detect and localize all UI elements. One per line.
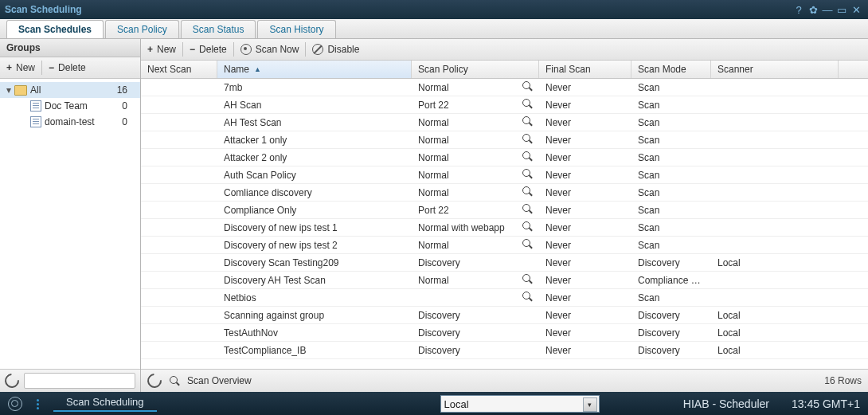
groups-delete-button[interactable]: −Delete <box>42 57 92 78</box>
status-task[interactable]: Scan Scheduling <box>53 396 157 412</box>
groups-tree: ▾ All 16 Doc Team0domain-test0 <box>0 79 140 369</box>
new-schedule-button[interactable]: +New <box>141 39 182 60</box>
groups-filter-input[interactable] <box>24 373 135 389</box>
magnifier-icon <box>522 186 532 196</box>
groups-delete-label: Delete <box>58 62 86 73</box>
cell-policy-lookup[interactable] <box>515 134 539 146</box>
cell-final-scan: Never <box>539 117 631 128</box>
refresh-icon[interactable] <box>144 370 164 390</box>
cell-scan-mode: Scan <box>631 222 711 233</box>
cell-scan-mode: Discovery <box>631 345 711 356</box>
col-spacer <box>839 61 868 78</box>
cell-scan-policy: Normal <box>412 275 515 286</box>
groups-new-button[interactable]: +New <box>0 57 41 78</box>
cell-name: Attacker 2 only <box>217 152 412 163</box>
cell-policy-lookup[interactable] <box>515 239 539 251</box>
cell-policy-lookup[interactable] <box>515 186 539 198</box>
cell-policy-lookup[interactable] <box>515 81 539 93</box>
magnifier-icon <box>522 116 532 126</box>
help-icon[interactable]: ? <box>792 2 806 17</box>
table-row[interactable]: Compliance OnlyPort 22NeverScan <box>141 202 868 219</box>
cell-scan-mode: Scan <box>631 135 711 146</box>
new-schedule-label: New <box>157 44 176 55</box>
table-row[interactable]: Comliance discoveryNormalNeverScan <box>141 184 868 202</box>
cell-policy-lookup[interactable] <box>515 99 539 111</box>
table-row[interactable]: Discovery AH Test ScanNormalNeverComplia… <box>141 272 868 289</box>
cell-scan-mode: Scan <box>631 187 711 198</box>
col-next-scan[interactable]: Next Scan <box>141 61 217 78</box>
cell-policy-lookup[interactable] <box>515 116 539 128</box>
groups-toolbar: +New −Delete <box>0 57 140 79</box>
cell-final-scan: Never <box>539 205 631 216</box>
cell-policy-lookup[interactable] <box>515 151 539 163</box>
close-icon[interactable]: ✕ <box>849 2 863 17</box>
table-row[interactable]: Scanning against groupDiscoveryNeverDisc… <box>141 307 868 324</box>
cell-scanner: Local <box>711 345 839 356</box>
scan-overview-link[interactable]: Scan Overview <box>187 375 252 386</box>
table-row[interactable]: 7mbNormalNeverScan <box>141 79 868 96</box>
table-row[interactable]: TestCompliance_IBDiscoveryNeverDiscovery… <box>141 342 868 359</box>
tree-item[interactable]: Doc Team0 <box>0 98 140 114</box>
group-icon <box>30 100 41 112</box>
search-icon[interactable] <box>170 376 179 386</box>
table-row[interactable]: Discovery of new ips test 1Normal with w… <box>141 219 868 237</box>
col-scanner[interactable]: Scanner <box>711 61 839 78</box>
delete-schedule-button[interactable]: −Delete <box>183 39 233 60</box>
refresh-icon[interactable] <box>2 370 22 390</box>
cell-scan-policy: Normal <box>412 187 515 198</box>
table-row[interactable]: AH ScanPort 22NeverScan <box>141 96 868 114</box>
cell-policy-lookup[interactable] <box>515 204 539 216</box>
tree-item[interactable]: domain-test0 <box>0 114 140 130</box>
table-row[interactable]: NetbiosNeverScan <box>141 289 868 307</box>
cell-policy-lookup[interactable] <box>515 221 539 233</box>
maximize-icon[interactable]: ▭ <box>835 2 849 17</box>
settings-gear-icon[interactable]: ✿ <box>806 2 820 17</box>
magnifier-icon <box>522 81 532 91</box>
tab-scan-schedules[interactable]: Scan Schedules <box>6 20 104 38</box>
table-row[interactable]: TestAuthNovDiscoveryNeverDiscoveryLocal <box>141 324 868 342</box>
cell-policy-lookup[interactable] <box>515 169 539 181</box>
scan-now-button[interactable]: Scan Now <box>234 39 306 60</box>
tree-root-all[interactable]: ▾ All 16 <box>0 82 140 98</box>
collapse-icon[interactable]: ▾ <box>5 84 13 96</box>
table-row[interactable]: Auth Scan PolicyNormalNeverScan <box>141 166 868 184</box>
cell-policy-lookup[interactable] <box>515 292 539 303</box>
col-final-scan[interactable]: Final Scan <box>539 61 631 78</box>
cell-scan-mode: Scan <box>631 205 711 216</box>
table-row[interactable]: AH Test ScanNormalNeverScan <box>141 114 868 131</box>
tab-scan-status[interactable]: Scan Status <box>181 20 256 38</box>
cell-scan-policy: Normal with webapp <box>412 222 515 233</box>
tab-scan-policy[interactable]: Scan Policy <box>105 20 179 38</box>
window-titlebar: Scan Scheduling ? ✿ — ▭ ✕ <box>0 0 868 19</box>
col-name[interactable]: Name▲ <box>217 61 412 78</box>
status-menu-icon[interactable] <box>37 399 39 409</box>
scanner-select[interactable]: Local ▾ <box>440 395 600 413</box>
window-title: Scan Scheduling <box>5 4 82 15</box>
cell-scan-mode: Scan <box>631 292 711 303</box>
magnifier-icon <box>522 99 532 108</box>
schedules-table-body[interactable]: 7mbNormalNeverScanAH ScanPort 22NeverSca… <box>141 79 868 369</box>
table-row[interactable]: Attacker 2 onlyNormalNeverScan <box>141 149 868 166</box>
cell-scan-mode: Scan <box>631 170 711 181</box>
cell-policy-lookup[interactable] <box>515 274 539 286</box>
table-row[interactable]: Attacker 1 onlyNormalNeverScan <box>141 131 868 149</box>
cell-scan-mode: Discovery <box>631 310 711 321</box>
cell-scanner: Local <box>711 310 839 321</box>
col-scan-policy[interactable]: Scan Policy <box>412 61 539 78</box>
cell-scan-policy: Discovery <box>412 327 515 339</box>
tab-scan-history[interactable]: Scan History <box>257 20 335 38</box>
cell-name: Compliance Only <box>217 205 412 216</box>
disable-button[interactable]: Disable <box>306 39 366 60</box>
cell-scan-mode: Scan <box>631 117 711 128</box>
status-target-icon[interactable] <box>8 397 22 411</box>
col-scan-mode[interactable]: Scan Mode <box>631 61 711 78</box>
cell-name: Comliance discovery <box>217 187 412 198</box>
cell-final-scan: Never <box>539 100 631 111</box>
table-row[interactable]: Discovery of new ips test 2NormalNeverSc… <box>141 237 868 254</box>
row-count: 16 Rows <box>824 375 862 386</box>
disable-icon <box>312 44 323 55</box>
table-row[interactable]: Discovery Scan Testing209DiscoveryNeverD… <box>141 254 868 272</box>
cell-final-scan: Never <box>539 257 631 268</box>
cell-final-scan: Never <box>539 187 631 198</box>
minimize-icon[interactable]: — <box>820 2 835 17</box>
